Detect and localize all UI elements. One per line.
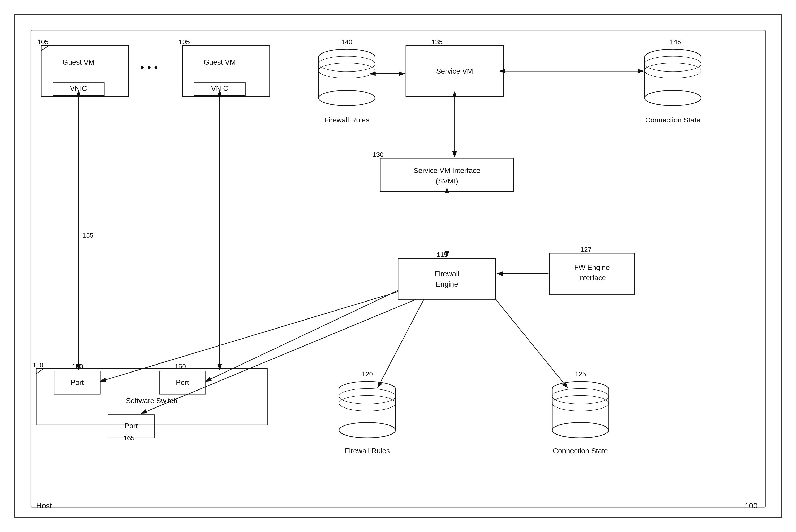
fw-engine-interface-label2: Interface [578,274,606,282]
firewall-rules-bottom-label: Firewall Rules [345,447,390,455]
svg-line-45 [100,292,398,381]
num-100: 100 [744,501,757,510]
vnic1-label: VNIC [70,84,87,92]
port1-label: Port [71,378,84,386]
svg-line-6 [41,45,49,51]
svg-rect-22 [380,158,513,192]
guest-vm1-label: Guest VM [62,58,94,66]
num-160-2: 160 [175,363,186,370]
diagram-page: VNIC Guest VM 105 • • • VNIC Guest VM 10… [14,14,782,518]
firewall-rules-top-label: Firewall Rules [324,116,369,124]
fw-engine-interface-label1: FW Engine [574,263,610,271]
num-105-2: 105 [179,38,189,45]
connection-state-top-label: Connection State [645,116,700,124]
svg-line-46 [205,290,398,381]
num-120: 120 [362,370,373,378]
vnic2-label: VNIC [211,84,228,92]
num-115: 115 [436,251,448,258]
num-155: 155 [82,232,93,239]
num-140: 140 [341,38,352,45]
guest-vm2-label: Guest VM [204,58,236,66]
svmi-label1: Service VM Interface [413,167,480,174]
host-label: Host [36,501,52,510]
fw-engine-label1: Firewall [434,270,459,278]
svg-line-29 [36,369,44,374]
num-145: 145 [670,38,681,45]
svg-line-49 [495,300,567,388]
num-135: 135 [431,38,442,45]
svmi-label2: (SVMI) [436,177,458,185]
svg-point-17 [645,90,701,106]
port2-label: Port [176,378,189,386]
port3-label: Port [124,422,138,430]
dots: • • • [140,61,158,73]
fw-engine-label2: Engine [435,280,458,288]
svg-rect-24 [398,258,496,300]
num-125: 125 [575,370,586,378]
num-110: 110 [32,361,43,369]
num-130: 130 [373,151,383,158]
num-160-1: 160 [72,363,83,370]
service-vm-label: Service VM [436,67,473,75]
svg-point-35 [339,422,395,438]
svg-point-40 [552,422,609,438]
num-105-1: 105 [37,38,49,45]
software-switch-label: Software Switch [126,397,177,405]
num-165: 165 [123,435,134,442]
svg-point-11 [318,90,375,106]
connection-state-bottom-label: Connection State [553,447,608,455]
diagram-container: VNIC Guest VM 105 • • • VNIC Guest VM 10… [15,15,781,517]
num-127: 127 [580,246,591,253]
